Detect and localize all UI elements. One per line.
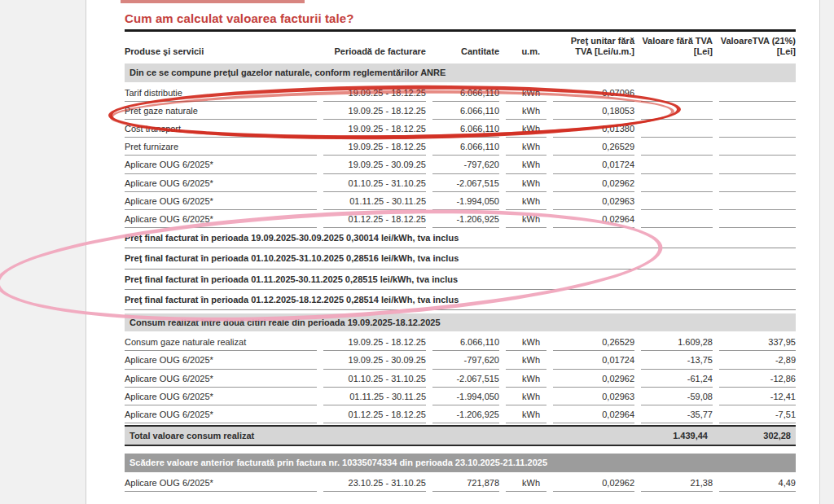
cell-quantity: 721,878 [432,474,499,492]
cell-value [641,221,713,228]
cell-unit: kWh [506,388,546,405]
cell-quantity: -2.067,515 [432,174,499,192]
table-row: Pret furnizare 19.09.25 - 18.12.25 6.066… [125,138,796,156]
header-period: Perioadă de facturare [323,42,426,60]
cell-period: 23.10.25 - 31.10.25 [323,474,426,492]
table-row: Aplicare OUG 6/2025* 01.12.25 - 18.12.25… [125,210,796,228]
table-row: Consum gaze naturale realizat 19.09.25 -… [125,333,796,351]
cell-unit: kWh [506,192,546,210]
section-title-consumption: Consum realizat între două citiri reale … [125,313,796,331]
cell-product: Aplicare OUG 6/2025* [125,156,317,173]
cell-value: 21,38 [641,474,713,492]
cell-vat [719,221,796,228]
consumption-rows: Consum gaze naturale realizat 19.09.25 -… [125,333,796,423]
cell-vat [719,112,796,120]
section-title-gas-price-components: Din ce se compune preţul gazelor natural… [125,64,796,81]
cell-quantity: -1.994,050 [432,192,499,210]
cell-quantity: 6.066,110 [432,333,499,351]
cell-product: Aplicare OUG 6/2025* [125,210,317,228]
cell-period: 19.09.25 - 30.09.25 [323,156,426,173]
table-row: Pret gaze naturale 19.09.25 - 18.12.25 6… [125,102,796,120]
cell-unit-price: 0,18053 [553,102,634,120]
cell-quantity: -797,620 [432,156,499,173]
header-vat: ValoareTVA (21%) [Lei] [719,32,796,60]
final-price-text: Preţ final facturat în perioada 19.09.20… [125,228,796,248]
cell-unit: kWh [506,156,546,173]
cell-product: Consum gaze naturale realizat [125,333,317,351]
cell-quantity: -1.206,925 [432,210,499,228]
cell-period: 19.09.25 - 18.12.25 [323,120,426,138]
table-row: Aplicare OUG 6/2025* 19.09.25 - 30.09.25… [125,351,796,369]
cell-quantity: -1.994,050 [432,388,499,405]
gas-price-components-rows: Tarif distributie 19.09.25 - 18.12.25 6.… [125,84,796,229]
cell-unit: kWh [506,174,546,192]
cell-vat: 4,49 [719,474,796,492]
table-row: Aplicare OUG 6/2025* 01.11.25 - 30.11.25… [125,388,796,405]
cell-product: Aplicare OUG 6/2025* [125,474,317,492]
cell-quantity: 6.066,110 [432,102,499,120]
cell-unit: kWh [506,351,546,369]
cell-unit: kWh [506,405,546,423]
cell-period: 01.11.25 - 30.11.25 [323,192,426,210]
cell-quantity: 6.066,110 [432,120,499,138]
cell-vat [719,203,796,210]
header-product: Produse şi servicii [125,42,317,60]
table-row: Aplicare OUG 6/2025* 01.11.25 - 30.11.25… [125,192,796,210]
table-row: Aplicare OUG 6/2025* 01.12.25 - 18.12.25… [125,405,796,423]
final-price-line: Preţ final facturat în perioada 19.09.20… [125,228,796,248]
cell-period: 19.09.25 - 18.12.25 [323,333,426,351]
cell-unit: kWh [506,84,546,102]
cell-period: 01.10.25 - 31.10.25 [323,370,426,388]
invoice-calculation-table: Produse şi servicii Perioadă de facturar… [125,29,796,492]
cell-unit-price: 0,02964 [553,405,634,423]
cell-value: -13,75 [641,351,713,369]
cell-unit-price: 0,01380 [553,120,634,138]
cell-value [641,203,713,210]
final-price-text: Preţ final facturat în perioada 01.12.20… [125,290,796,310]
cell-product: Tarif distributie [125,84,317,102]
table-row: Aplicare OUG 6/2025* 01.10.25 - 31.10.25… [125,370,796,388]
cell-quantity: -797,620 [432,351,499,369]
cell-vat [719,94,796,102]
cell-value [641,112,713,120]
cell-unit-price: 0,01724 [553,156,634,173]
cell-quantity: 6.066,110 [432,84,499,102]
cell-value [641,185,713,192]
cutoff-red-element [121,0,305,3]
final-price-line: Preţ final facturat în perioada 01.12.20… [125,290,796,310]
cell-quantity: -2.067,515 [432,370,499,388]
cell-unit: kWh [506,333,546,351]
cell-unit: kWh [506,210,546,228]
cell-value: -35,77 [641,405,713,423]
cell-period: 01.12.25 - 18.12.25 [323,210,426,228]
cell-unit-price: 0,26529 [553,333,634,351]
cell-value [641,130,713,138]
cell-period: 19.09.25 - 18.12.25 [323,102,426,120]
cell-product: Aplicare OUG 6/2025* [125,351,317,369]
cell-product: Cost transport [125,120,317,138]
cell-product: Aplicare OUG 6/2025* [125,370,317,388]
section-title-previous-invoice-deduction: Scădere valoare anterior facturată prin … [125,454,796,471]
cell-vat: -7,51 [719,405,796,423]
final-price-line: Preţ final facturat în perioada 01.11.20… [125,270,796,290]
total-label: Total valoare consum realizat [125,431,317,441]
total-vat: 302,28 [719,431,796,441]
cell-quantity: -1.206,925 [432,405,499,423]
final-price-text: Preţ final facturat în perioada 01.10.20… [125,248,796,269]
cell-unit-price: 0,07096 [553,84,634,102]
cell-unit-price: 0,01724 [553,351,634,369]
cell-unit: kWh [506,120,546,138]
cell-vat: -12,86 [719,370,796,388]
cell-period: 19.09.25 - 18.12.25 [323,84,426,102]
page-title: Cum am calculat valoarea facturii tale? [125,11,795,25]
cell-vat [719,167,796,174]
cell-value: 1.609,28 [641,333,713,351]
cell-product: Aplicare OUG 6/2025* [125,192,317,210]
cell-period: 01.12.25 - 18.12.25 [323,405,426,423]
cell-product: Pret gaze naturale [125,102,317,120]
final-price-line: Preţ final facturat în perioada 01.10.20… [125,248,796,269]
cell-unit: kWh [506,474,546,492]
final-price-text: Preţ final facturat în perioada 01.11.20… [125,270,796,290]
table-row: Tarif distributie 19.09.25 - 18.12.25 6.… [125,84,796,102]
cell-unit: kWh [506,138,546,156]
